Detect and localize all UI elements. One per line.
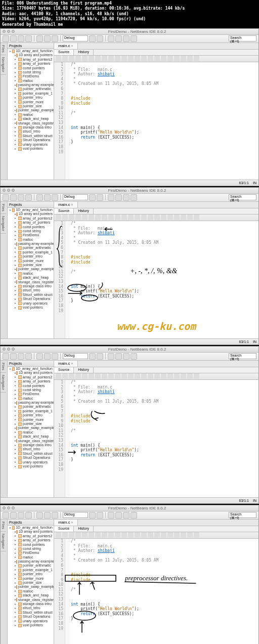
toolbar-icon[interactable] xyxy=(52,35,58,42)
toolbar-icon[interactable] xyxy=(44,353,51,360)
side-tab-navigator[interactable]: Navigator xyxy=(1,532,6,551)
tab-history[interactable]: History xyxy=(74,50,94,55)
maximize-icon[interactable] xyxy=(12,348,15,351)
toolbar-icon[interactable] xyxy=(36,194,43,201)
editor-toolbar-icon[interactable] xyxy=(141,56,147,61)
editor-toolbar-icon[interactable] xyxy=(115,214,120,220)
tree-item[interactable]: ▸Struct Operations xyxy=(8,297,54,301)
tree-item[interactable]: ▸pointer_swap_example xyxy=(8,267,54,271)
tree-item[interactable]: ▸FirstDemo xyxy=(8,233,54,237)
editor-toolbar-icon[interactable] xyxy=(121,56,127,61)
tree-item[interactable]: ▸storage_class_register xyxy=(8,439,54,443)
tree-item[interactable]: ▸1D array and pointers xyxy=(8,371,54,375)
editor-toolbar-icon[interactable] xyxy=(56,56,61,61)
editor-toolbar-icon[interactable] xyxy=(194,56,199,61)
editor-toolbar-icon[interactable] xyxy=(154,532,160,538)
editor-toolbar-icon[interactable] xyxy=(167,373,173,379)
tab-history[interactable]: History xyxy=(74,367,94,373)
tree-item[interactable]: ▸FirstDemo xyxy=(8,74,54,78)
editor-toolbar-icon[interactable] xyxy=(161,56,166,61)
editor-toolbar-icon[interactable] xyxy=(82,532,88,538)
tree-item[interactable]: ▸pointer_intro xyxy=(8,96,54,100)
tree-item[interactable]: ▸malloc xyxy=(8,238,54,242)
minimize-icon[interactable] xyxy=(7,189,10,192)
editor-toolbar-icon[interactable] xyxy=(62,532,68,538)
editor-toolbar-icon[interactable] xyxy=(62,373,68,379)
config-dropdown[interactable]: Debug xyxy=(63,512,88,518)
toolbar-icon[interactable] xyxy=(10,194,17,201)
toolbar-icon[interactable] xyxy=(131,353,137,360)
editor-toolbar-icon[interactable] xyxy=(69,373,74,379)
tree-item[interactable]: ▸pointer_more xyxy=(8,577,54,581)
code-content[interactable]: /* * File: main.c * Author: shibaji * * … xyxy=(69,62,258,180)
code-editor[interactable]: 12345678910111213141516171819/* * File: … xyxy=(54,539,258,644)
toolbar-icon[interactable] xyxy=(10,512,17,519)
tree-item[interactable]: ▸array_of_pointers2 xyxy=(8,217,54,221)
tree-item[interactable]: ▸const string xyxy=(8,70,54,74)
fold-gutter[interactable] xyxy=(65,62,69,180)
editor-toolbar-icon[interactable] xyxy=(128,532,134,538)
toolbar-icon[interactable] xyxy=(25,194,32,201)
toolbar-icon[interactable] xyxy=(123,512,130,519)
close-icon[interactable] xyxy=(3,30,6,33)
editor-toolbar-icon[interactable] xyxy=(174,532,180,538)
file-tab[interactable]: main.c× xyxy=(54,43,78,49)
toolbar-icon[interactable] xyxy=(44,35,51,42)
tree-item[interactable]: ▸Struct_within struct xyxy=(8,134,54,138)
code-content[interactable]: /* * File: main.c * Author: shibaji * * … xyxy=(69,380,258,497)
toolbar-icon[interactable] xyxy=(115,353,122,360)
editor-toolbar-icon[interactable] xyxy=(161,373,166,379)
file-tab[interactable]: main.c× xyxy=(54,202,78,208)
tree-item[interactable]: ▸passing array example1 xyxy=(8,83,54,87)
side-tab-files[interactable]: Files xyxy=(1,520,6,532)
editor-toolbar-icon[interactable] xyxy=(89,214,94,220)
toolbar-icon[interactable] xyxy=(97,353,103,360)
search-input[interactable]: Search (⌘+I) xyxy=(229,35,256,41)
editor-toolbar-icon[interactable] xyxy=(115,532,120,538)
close-icon[interactable]: × xyxy=(71,362,73,365)
editor-toolbar-icon[interactable] xyxy=(108,532,114,538)
editor-toolbar-icon[interactable] xyxy=(187,214,193,220)
editor-toolbar-icon[interactable] xyxy=(56,373,61,379)
editor-toolbar-icon[interactable] xyxy=(194,373,199,379)
toolbar-icon[interactable] xyxy=(18,35,24,42)
tree-item[interactable]: ▸pointer_intro xyxy=(8,413,54,417)
editor-toolbar-icon[interactable] xyxy=(181,373,186,379)
search-input[interactable]: Search (⌘+I) xyxy=(229,194,256,200)
tree-item[interactable]: ▸Struct Operations xyxy=(8,456,54,460)
close-icon[interactable] xyxy=(3,506,6,509)
tree-item[interactable]: ▸pointer_example_1 xyxy=(8,250,54,254)
editor-toolbar-icon[interactable] xyxy=(75,532,81,538)
editor-toolbar-icon[interactable] xyxy=(115,56,120,61)
tree-item[interactable]: ▸storage class intro xyxy=(8,284,54,288)
search-input[interactable]: Search (⌘+I) xyxy=(229,512,256,518)
editor-toolbar-icon[interactable] xyxy=(194,532,199,538)
editor-toolbar-icon[interactable] xyxy=(75,56,81,61)
tree-item[interactable]: ▸pointer_size xyxy=(8,422,54,426)
toolbar-icon[interactable] xyxy=(36,512,43,519)
tree-item[interactable]: ▸Struct Operations xyxy=(8,138,54,142)
editor-toolbar-icon[interactable] xyxy=(148,56,153,61)
tree-item[interactable]: ▸stack_and_heap xyxy=(8,593,54,597)
tree-item[interactable]: ▸pointer_swap_example xyxy=(8,426,54,430)
tab-source[interactable]: Source xyxy=(54,208,74,214)
toolbar-icon[interactable] xyxy=(131,512,137,519)
toolbar-icon[interactable] xyxy=(18,194,24,201)
tree-item[interactable]: ▸unary operators xyxy=(8,302,54,306)
toolbar-icon[interactable] xyxy=(97,35,103,42)
editor-toolbar-icon[interactable] xyxy=(62,56,68,61)
side-tab-files[interactable]: Files xyxy=(1,43,6,55)
editor-toolbar-icon[interactable] xyxy=(69,532,74,538)
editor-toolbar-icon[interactable] xyxy=(102,532,107,538)
tree-item[interactable]: ▸const string xyxy=(8,547,54,551)
tree-item[interactable]: ▸storage class intro xyxy=(8,125,54,130)
tree-item[interactable]: ▸unary operators xyxy=(8,619,54,623)
editor-toolbar-icon[interactable] xyxy=(108,214,114,220)
toolbar-icon[interactable] xyxy=(52,353,58,360)
tree-item[interactable]: ▸const pointers xyxy=(8,66,54,70)
tree-item[interactable]: ▸realloc xyxy=(8,272,54,276)
config-dropdown[interactable]: Debug xyxy=(63,194,88,200)
tree-item[interactable]: ▸realloc xyxy=(8,431,54,435)
tree-item[interactable]: ▸pointer_more xyxy=(8,259,54,263)
editor-toolbar-icon[interactable] xyxy=(75,214,81,220)
